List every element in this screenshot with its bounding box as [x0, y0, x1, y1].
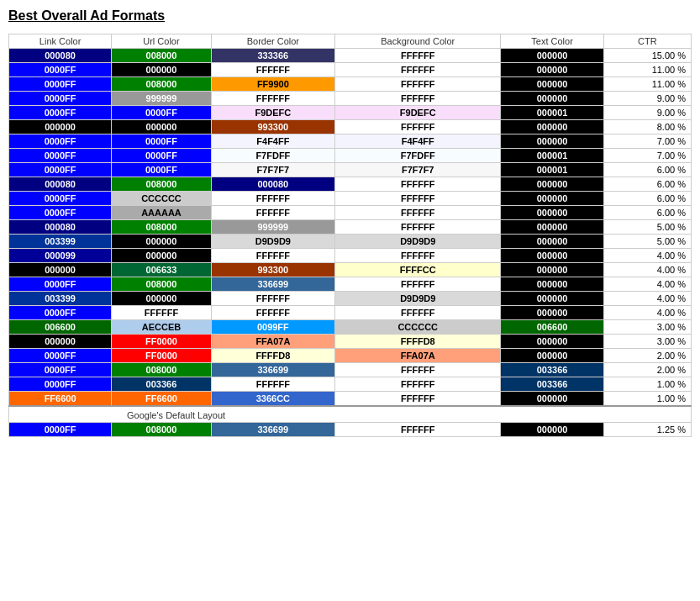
- color-cell: 008000: [112, 49, 212, 63]
- color-cell: FFFFFF: [211, 306, 334, 320]
- color-cell: AAAAAA: [112, 206, 212, 220]
- color-cell: 0000FF: [9, 349, 112, 363]
- color-cell: CCCCCC: [334, 320, 500, 335]
- color-cell: 000080: [9, 220, 112, 235]
- color-cell: FF0000: [112, 335, 212, 349]
- col-header-border-color: Border Color: [211, 34, 334, 49]
- color-cell: 993300: [211, 120, 334, 134]
- color-cell: 000000: [112, 120, 212, 134]
- table-row: 000080008000000080FFFFFF0000006.00 %: [9, 177, 692, 192]
- ctr-cell: 3.00 %: [603, 320, 691, 335]
- color-cell: 008000: [112, 277, 212, 292]
- ctr-cell: 4.00 %: [603, 249, 691, 263]
- color-cell: FF6600: [9, 392, 112, 407]
- color-cell: 000080: [9, 49, 112, 63]
- table-row: 006600AECCEB0099FFCCCCCC0066003.00 %: [9, 320, 692, 335]
- color-cell: 0000FF: [112, 149, 212, 163]
- ctr-cell: 2.00 %: [603, 363, 691, 377]
- ctr-cell: 7.00 %: [603, 134, 691, 149]
- color-cell: 0000FF: [9, 377, 112, 392]
- color-cell: 0000FF: [9, 63, 112, 77]
- color-cell: 000000: [501, 134, 603, 149]
- color-cell: 000000: [9, 120, 112, 134]
- table-row: 0000FF0000FFF4F4FFF4F4FF0000007.00 %: [9, 134, 692, 149]
- color-cell: 0000FF: [9, 423, 112, 437]
- color-cell: FF0000: [112, 349, 212, 363]
- color-cell: F7FDFF: [211, 149, 334, 163]
- table-row: 0000FF008000336699FFFFFF0000004.00 %: [9, 277, 692, 292]
- color-cell: 008000: [112, 177, 212, 192]
- ctr-cell: 3.00 %: [603, 335, 691, 349]
- col-header-url-color: Url Color: [112, 34, 212, 49]
- color-cell: FFFFFF: [334, 177, 500, 192]
- table-row: 0000FF000000FFFFFFFFFFFF00000011.00 %: [9, 63, 692, 77]
- color-cell: 0000FF: [9, 306, 112, 320]
- color-cell: 000080: [211, 177, 334, 192]
- color-cell: FF6600: [112, 392, 212, 407]
- table-row: 000000000000993300FFFFFF0000008.00 %: [9, 120, 692, 134]
- color-cell: 000000: [501, 235, 603, 249]
- color-cell: 999999: [211, 220, 334, 235]
- color-cell: FFFFFF: [334, 63, 500, 77]
- color-cell: 003366: [501, 377, 603, 392]
- color-cell: 000000: [112, 292, 212, 306]
- color-cell: FFFFFF: [211, 92, 334, 106]
- color-cell: 000000: [112, 249, 212, 263]
- color-cell: 0000FF: [9, 206, 112, 220]
- color-cell: F4F4FF: [334, 134, 500, 149]
- color-cell: 008000: [112, 423, 212, 437]
- ctr-cell: 15.00 %: [603, 49, 691, 63]
- ctr-cell: 6.00 %: [603, 192, 691, 206]
- color-cell: FF9900: [211, 77, 334, 92]
- ctr-cell: 4.00 %: [603, 263, 691, 277]
- ctr-cell: 11.00 %: [603, 77, 691, 92]
- ctr-cell: 6.00 %: [603, 163, 691, 177]
- ctr-cell: 5.00 %: [603, 220, 691, 235]
- color-cell: FFFFFF: [334, 77, 500, 92]
- color-cell: FFFFFF: [211, 249, 334, 263]
- color-cell: 0000FF: [9, 163, 112, 177]
- color-cell: 003399: [9, 292, 112, 306]
- color-cell: 000000: [501, 306, 603, 320]
- google-default-label: Google's Default Layout: [9, 406, 692, 423]
- color-cell: 336699: [211, 423, 334, 437]
- ctr-cell: 9.00 %: [603, 106, 691, 120]
- color-cell: 000000: [501, 292, 603, 306]
- color-cell: CCCCCC: [112, 192, 212, 206]
- color-cell: 006600: [501, 320, 603, 335]
- table-row: 0000FF0000FFF7FDFFF7FDFF0000017.00 %: [9, 149, 692, 163]
- col-header-ctr: CTR: [603, 34, 691, 49]
- color-cell: 000001: [501, 163, 603, 177]
- color-cell: FFFFFF: [334, 277, 500, 292]
- ctr-cell: 6.00 %: [603, 177, 691, 192]
- color-cell: 000001: [501, 106, 603, 120]
- color-cell: 000000: [501, 277, 603, 292]
- table-row: 0000FF008000FF9900FFFFFF00000011.00 %: [9, 77, 692, 92]
- color-cell: 000000: [501, 192, 603, 206]
- color-cell: FFFFFF: [334, 92, 500, 106]
- color-cell: 3366CC: [211, 392, 334, 407]
- ctr-cell: 9.00 %: [603, 92, 691, 106]
- page-title: Best Overall Ad Formats: [8, 8, 692, 24]
- color-cell: 000000: [501, 220, 603, 235]
- table-row: 003399000000FFFFFFD9D9D90000004.00 %: [9, 292, 692, 306]
- ctr-cell: 5.00 %: [603, 235, 691, 249]
- color-cell: 000099: [9, 249, 112, 263]
- color-cell: 0000FF: [112, 106, 212, 120]
- color-cell: FFFFFF: [334, 377, 500, 392]
- color-cell: 000000: [501, 263, 603, 277]
- table-header-row: Link Color Url Color Border Color Backgr…: [9, 34, 692, 49]
- color-cell: 000000: [501, 335, 603, 349]
- table-row: 0000FFFFFFFFFFFFFFFFFFFF0000004.00 %: [9, 306, 692, 320]
- table-row: 000080008000333366FFFFFF00000015.00 %: [9, 49, 692, 63]
- table-row: 0000FF0000FFF7F7F7F7F7F70000016.00 %: [9, 163, 692, 177]
- table-row: 000099000000FFFFFFFFFFFF0000004.00 %: [9, 249, 692, 263]
- col-header-bg-color: Background Color: [334, 34, 500, 49]
- color-cell: 0099FF: [211, 320, 334, 335]
- col-header-link-color: Link Color: [9, 34, 112, 49]
- color-cell: FFFFFF: [211, 63, 334, 77]
- color-cell: 000001: [501, 149, 603, 163]
- color-cell: 0000FF: [9, 363, 112, 377]
- table-row: 0000FF0000FFF9DEFCF9DEFC0000019.00 %: [9, 106, 692, 120]
- color-cell: 000000: [9, 335, 112, 349]
